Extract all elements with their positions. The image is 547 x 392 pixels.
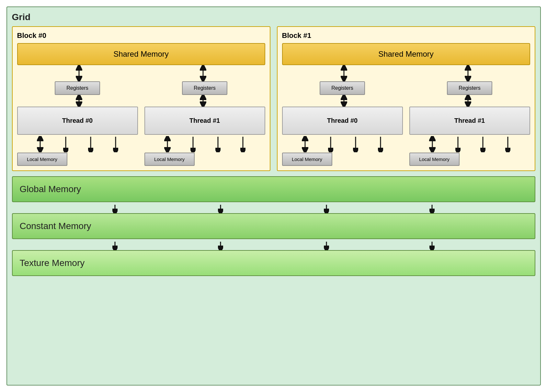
const-to-tex-arrow1 bbox=[112, 241, 118, 250]
global-to-const-arrow2 bbox=[218, 204, 223, 213]
block-0-thread-1-registers: Registers bbox=[182, 81, 227, 95]
thread0-local-double-arrow-b0 bbox=[37, 136, 43, 152]
thread0-global-arrow2-b1 bbox=[353, 136, 358, 152]
block-0-shared-memory: Shared Memory bbox=[17, 43, 265, 65]
global-to-const-arrow1 bbox=[112, 204, 118, 213]
thread1-global-arrow1-b1 bbox=[455, 136, 461, 152]
thread1-local-double-arrow-b1 bbox=[429, 136, 436, 152]
reg-to-thread0-block0-arrow bbox=[76, 95, 82, 107]
thread0-global-arrow3-b0 bbox=[113, 136, 118, 152]
block-0-thread-0: Thread #0 bbox=[17, 107, 138, 135]
const-to-tex-arrow3 bbox=[324, 241, 329, 250]
const-to-tex-arrow2 bbox=[218, 241, 223, 250]
thread1-global-arrow3-b1 bbox=[505, 136, 510, 152]
block-0: Block #0 Shared Memory bbox=[12, 26, 270, 171]
grid-container: Grid Block #0 Shared Memory bbox=[6, 6, 541, 386]
shared-to-thread1-b1-arrow bbox=[465, 65, 471, 81]
block-1-thread-0: Thread #0 bbox=[282, 107, 403, 135]
thread0-global-arrow3-b1 bbox=[378, 136, 383, 152]
block-0-title: Block #0 bbox=[17, 31, 265, 40]
block-0-thread-0-local-memory: Local Memory bbox=[17, 153, 67, 166]
block-0-thread-0-registers: Registers bbox=[55, 81, 100, 95]
constant-memory: Constant Memory bbox=[12, 213, 535, 239]
reg-to-thread0-block1-arrow bbox=[341, 95, 347, 107]
thread1-global-arrow2-b1 bbox=[480, 136, 485, 152]
thread1-global-arrow2-b0 bbox=[215, 136, 221, 152]
thread1-local-double-arrow-b0 bbox=[164, 136, 171, 152]
grid-title: Grid bbox=[12, 12, 535, 22]
global-memory: Global Memory bbox=[12, 176, 535, 202]
shared-to-thread0-b1-arrow bbox=[341, 65, 347, 81]
block-1-thread-1: Thread #1 bbox=[409, 107, 530, 135]
thread0-global-arrow1-b0 bbox=[63, 136, 68, 152]
reg-to-thread1-block0-arrow bbox=[200, 95, 206, 107]
block-1-title: Block #1 bbox=[282, 31, 530, 40]
block-1-thread-1-local-memory: Local Memory bbox=[409, 153, 460, 166]
block-1: Block #1 Shared Memory bbox=[277, 26, 535, 171]
thread0-global-arrow2-b0 bbox=[88, 136, 93, 152]
block-1-thread-1-registers: Registers bbox=[447, 81, 492, 95]
global-to-const-arrow3 bbox=[324, 204, 329, 213]
block-1-thread-0-local-memory: Local Memory bbox=[282, 153, 332, 166]
block-1-thread-0-registers: Registers bbox=[320, 81, 365, 95]
shared-to-thread0-left-arrow bbox=[76, 65, 82, 81]
block-0-thread-1: Thread #1 bbox=[144, 107, 265, 135]
thread1-global-arrow3-b0 bbox=[240, 136, 245, 152]
block-0-thread-1-local-memory: Local Memory bbox=[144, 153, 195, 166]
thread0-local-double-arrow-b1 bbox=[302, 136, 308, 152]
texture-memory: Texture Memory bbox=[12, 250, 535, 276]
block-1-shared-memory: Shared Memory bbox=[282, 43, 530, 65]
global-to-const-arrow4 bbox=[429, 204, 435, 213]
const-to-tex-arrow4 bbox=[429, 241, 435, 250]
shared-to-thread1-left-arrow bbox=[200, 65, 206, 81]
reg-to-thread1-block1-arrow bbox=[465, 95, 471, 107]
thread1-global-arrow1-b0 bbox=[190, 136, 196, 152]
thread0-global-arrow1-b1 bbox=[328, 136, 333, 152]
